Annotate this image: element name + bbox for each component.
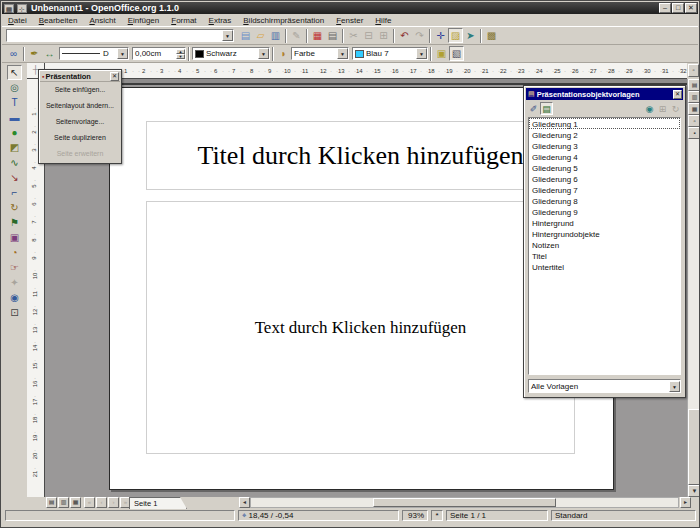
menu-extras[interactable]: Extras	[203, 15, 238, 26]
palette-item-seitenvorlage[interactable]: Seitenvorlage...	[40, 114, 120, 130]
line-style-combobox[interactable]: D ▼	[59, 47, 129, 60]
style-filter-dropdown-icon[interactable]: ▼	[669, 381, 680, 392]
print-icon[interactable]: ▤	[325, 28, 340, 43]
menu-bildschirmpr-sentation[interactable]: Bildschirmpräsentation	[237, 15, 330, 26]
stylist-titlebar[interactable]: ▤ Präsentationsobjektvorlagen ✕	[526, 88, 683, 100]
scroll-right-icon[interactable]: ▸	[680, 497, 691, 508]
outline-view-button[interactable]: ▥	[688, 91, 700, 103]
presentation-palette-titlebar[interactable]: ▪ Präsentation ✕	[40, 71, 120, 82]
stylist-window[interactable]: ▤ Präsentationsobjektvorlagen ✕ ✐▤◉⊞↻ Gl…	[523, 85, 686, 398]
drawing-view-button[interactable]: ▤	[688, 79, 700, 91]
style-item-gliederung-5[interactable]: Gliederung 5	[529, 162, 680, 173]
ruler-corner-button[interactable]: ▫	[688, 64, 699, 77]
fill-format-mode-icon[interactable]: ◉	[643, 102, 656, 115]
undo-icon[interactable]: ↶	[397, 28, 412, 43]
style-item-gliederung-9[interactable]: Gliederung 9	[529, 206, 680, 217]
rectangle-icon[interactable]: ▬	[7, 110, 22, 125]
presentation-icon[interactable]: ⊡	[7, 305, 22, 320]
handout-view-button[interactable]: ▪	[688, 127, 700, 139]
master-mode-button[interactable]: ▥	[58, 497, 69, 508]
style-item-titel[interactable]: Titel	[529, 250, 680, 261]
save-icon[interactable]: ▥	[268, 28, 283, 43]
title-placeholder[interactable]: Titel durch Klicken hinzufügen	[146, 121, 575, 190]
hyperlink-icon[interactable]: ➤	[463, 28, 478, 43]
effects-icon[interactable]: ◔	[7, 245, 22, 260]
zoom-icon[interactable]: ◎	[7, 80, 22, 95]
alignment-icon[interactable]: ⚑	[7, 215, 22, 230]
menu-datei[interactable]: Datei	[2, 15, 33, 26]
fill-style-icon[interactable]: ◗	[276, 46, 291, 61]
fill-type-combobox[interactable]: Farbe ▼	[291, 47, 349, 60]
menu-hilfe[interactable]: Hilfe	[369, 15, 397, 26]
style-item-gliederung-7[interactable]: Gliederung 7	[529, 184, 680, 195]
line-color-combobox[interactable]: Schwarz ▼	[192, 47, 270, 60]
lines-arrows-icon[interactable]: ↘	[7, 170, 22, 185]
fill-type-dropdown-icon[interactable]: ▼	[337, 48, 348, 59]
stylist-icon[interactable]: ▨	[448, 28, 463, 43]
menu-ansicht[interactable]: Ansicht	[83, 15, 121, 26]
line-icon[interactable]: ✒	[27, 46, 42, 61]
3d-objects-icon[interactable]: ◩	[7, 140, 22, 155]
style-item-gliederung-2[interactable]: Gliederung 2	[529, 129, 680, 140]
menu-fenster[interactable]: Fenster	[330, 15, 369, 26]
style-list[interactable]: Gliederung 1Gliederung 2Gliederung 3Glie…	[528, 117, 681, 375]
graphic-styles-icon[interactable]: ✐	[527, 102, 540, 115]
url-input[interactable]	[9, 31, 220, 40]
gallery-icon[interactable]: ▩	[484, 28, 499, 43]
horizontal-scrollbar[interactable]	[250, 497, 679, 508]
vertical-scrollbar-thumb[interactable]	[688, 409, 700, 485]
edit-points-icon[interactable]: ∞	[6, 46, 21, 61]
style-item-gliederung-8[interactable]: Gliederung 8	[529, 195, 680, 206]
menu-einf-gen[interactable]: Einfügen	[122, 15, 166, 26]
open-icon[interactable]: ▱	[253, 28, 268, 43]
rotate-icon[interactable]: ↻	[7, 200, 22, 215]
connector-icon[interactable]: ⌐	[7, 185, 22, 200]
ellipse-icon[interactable]: ●	[7, 125, 22, 140]
shadow-icon[interactable]: ▣	[434, 46, 449, 61]
line-style-dropdown-icon[interactable]: ▼	[117, 48, 128, 59]
url-combobox[interactable]: ▼	[6, 29, 234, 42]
arrow-ends-icon[interactable]: ↔	[42, 46, 57, 61]
stylist-close-icon[interactable]: ✕	[673, 90, 682, 99]
menu-format[interactable]: Format	[165, 15, 202, 26]
presentation-palette[interactable]: ▪ Präsentation ✕ Seite einfügen...Seiten…	[38, 69, 122, 164]
curve-icon[interactable]: ∿	[7, 155, 22, 170]
style-item-hintergrund[interactable]: Hintergrund	[529, 217, 680, 228]
menu-bearbeiten[interactable]: Bearbeiten	[33, 15, 84, 26]
palette-close-icon[interactable]: ✕	[110, 72, 119, 81]
style-filter-combobox[interactable]: Alle Vorlagen ▼	[528, 379, 681, 393]
minimize-icon[interactable]: –	[659, 3, 671, 13]
style-item-untertitel[interactable]: Untertitel	[529, 261, 680, 272]
line-color-dropdown-icon[interactable]: ▼	[258, 48, 269, 59]
page-mode-button[interactable]: ▤	[46, 497, 57, 508]
fill-color-combobox[interactable]: Blau 7 ▼	[352, 47, 428, 60]
vertical-scrollbar[interactable]: ▤▥▦▫▪ ▼	[687, 79, 700, 497]
text-icon[interactable]: T	[7, 95, 22, 110]
select-icon[interactable]: ↖	[7, 65, 22, 80]
notes-view-button[interactable]: ▫	[688, 115, 700, 127]
presentation-styles-icon[interactable]: ▤	[540, 102, 553, 115]
style-item-hintergrundobjekte[interactable]: Hintergrundobjekte	[529, 228, 680, 239]
helplines-icon[interactable]: ▧	[449, 46, 464, 61]
close-icon[interactable]: ✕	[685, 3, 697, 13]
layer-mode-button[interactable]: ▦	[70, 497, 81, 508]
new-document-icon[interactable]: ▤	[238, 28, 253, 43]
restore-icon[interactable]: □	[672, 3, 684, 13]
line-width-field[interactable]: 0,00cm ▲▼	[132, 47, 186, 60]
palette-item-seitenlayout-ndern[interactable]: Seitenlayout ändern...	[40, 98, 120, 114]
style-item-gliederung-4[interactable]: Gliederung 4	[529, 151, 680, 162]
text-placeholder[interactable]: Text durch Klicken hinzufügen	[146, 201, 575, 454]
arrange-icon[interactable]: ▣	[7, 230, 22, 245]
style-item-gliederung-3[interactable]: Gliederung 3	[529, 140, 680, 151]
scroll-down-icon[interactable]: ▼	[688, 485, 700, 497]
style-item-notizen[interactable]: Notizen	[529, 239, 680, 250]
slides-view-button[interactable]: ▦	[688, 103, 700, 115]
line-width-stepper[interactable]: ▲▼	[176, 49, 185, 59]
style-item-gliederung-1[interactable]: Gliederung 1	[529, 118, 680, 129]
style-item-gliederung-6[interactable]: Gliederung 6	[529, 173, 680, 184]
tab-seite-1[interactable]: Seite 1	[129, 497, 187, 509]
horizontal-scrollbar-thumb[interactable]	[373, 498, 556, 507]
url-dropdown-icon[interactable]: ▼	[222, 30, 233, 41]
palette-item-seite-einf-gen[interactable]: Seite einfügen...	[40, 82, 120, 98]
scroll-left-icon[interactable]: ◂	[239, 497, 250, 508]
